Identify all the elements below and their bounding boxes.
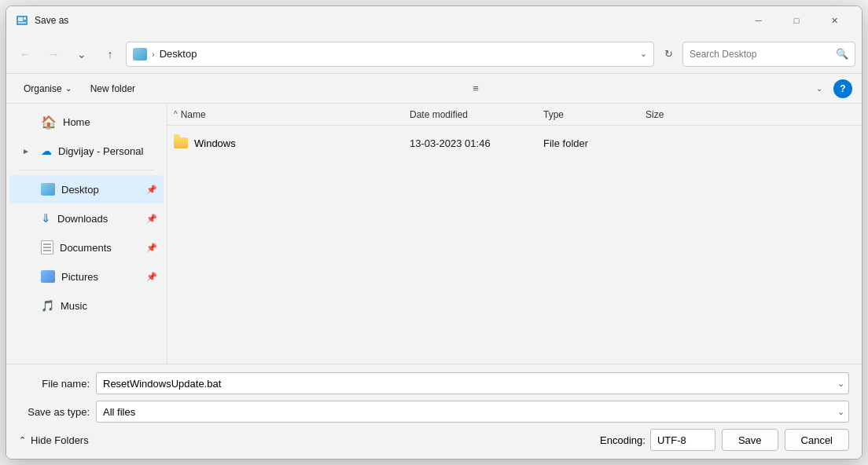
sort-arrow-icon: ^	[174, 110, 178, 119]
sidebar: 🏠 Home ► ☁ Digvijay - Personal Desktop 📌…	[6, 104, 167, 364]
help-icon: ?	[840, 83, 845, 94]
sidebar-label-downloads: Downloads	[57, 213, 108, 225]
home-icon: 🏠	[41, 115, 57, 130]
address-text: Desktop	[160, 48, 635, 60]
view-icon: ≡	[473, 82, 479, 94]
view-options-button[interactable]: ≡	[465, 78, 487, 100]
cloud-icon: ☁	[41, 145, 52, 157]
search-icon: 🔍	[836, 48, 848, 60]
forward-icon: →	[48, 48, 59, 60]
hide-folders-arrow: ⌃	[19, 435, 26, 445]
file-name-cell: Windows	[174, 137, 410, 149]
sidebar-item-music[interactable]: 🎵 Music	[9, 291, 164, 320]
documents-icon	[41, 240, 53, 254]
file-list: Windows 13-03-2023 01:46 File folder	[167, 126, 862, 364]
folder-icon	[174, 137, 188, 148]
up-icon: ↑	[108, 48, 113, 60]
sidebar-label-pictures: Pictures	[61, 271, 98, 283]
column-header: ^ Name Date modified Type Size	[167, 104, 862, 126]
new-folder-button[interactable]: New folder	[83, 78, 143, 100]
back-button[interactable]: ←	[13, 42, 38, 67]
sidebar-item-home[interactable]: 🏠 Home	[9, 108, 164, 136]
file-date: 13-03-2023 01:46	[410, 137, 491, 149]
sidebar-item-pictures[interactable]: Pictures 📌	[9, 262, 164, 291]
search-box[interactable]: 🔍	[682, 42, 855, 67]
sidebar-item-digvijay[interactable]: ► ☁ Digvijay - Personal	[9, 137, 164, 165]
save-button[interactable]: Save	[722, 429, 778, 451]
organise-dropdown-icon: ⌄	[65, 84, 72, 93]
filename-row: File name: ⌄	[19, 372, 849, 394]
svg-rect-3	[18, 22, 26, 24]
svg-rect-2	[24, 17, 26, 20]
encoding-label: Encoding:	[600, 434, 645, 446]
address-folder-icon	[133, 48, 147, 60]
pictures-icon	[41, 270, 55, 283]
help-button[interactable]: ?	[833, 79, 852, 98]
organise-button[interactable]: Organise ⌄	[16, 78, 79, 100]
file-name: Windows	[194, 137, 236, 149]
address-bar[interactable]: › Desktop ⌄	[126, 42, 654, 67]
view-dropdown-icon: ⌄	[816, 84, 822, 93]
sidebar-divider	[19, 170, 154, 170]
savetype-label: Save as type:	[19, 406, 90, 418]
col-header-date[interactable]: Date modified	[410, 109, 543, 120]
organise-label: Organise	[24, 83, 62, 94]
col-header-size[interactable]: Size	[645, 109, 708, 120]
forward-button[interactable]: →	[41, 42, 66, 67]
maximize-button[interactable]: □	[778, 9, 815, 32]
up-button[interactable]: ↑	[97, 42, 123, 67]
sidebar-item-documents[interactable]: Documents 📌	[9, 233, 164, 262]
hide-folders-button[interactable]: ⌃ Hide Folders	[19, 434, 89, 446]
downloads-pin-icon: 📌	[146, 214, 157, 224]
savetype-input-wrap: ⌄	[96, 401, 849, 423]
refresh-button[interactable]: ↻	[657, 43, 679, 65]
refresh-icon: ↻	[664, 48, 673, 60]
sidebar-item-downloads[interactable]: ⇓ Downloads 📌	[9, 204, 164, 233]
view-dropdown-button[interactable]: ⌄	[808, 78, 830, 100]
file-date-cell: 13-03-2023 01:46	[410, 137, 543, 149]
dialog-title: Save as	[35, 15, 741, 26]
title-bar-controls: ─ □ ✕	[741, 9, 852, 32]
title-bar: Save as ─ □ ✕	[6, 6, 862, 35]
main-content: 🏠 Home ► ☁ Digvijay - Personal Desktop 📌…	[6, 104, 862, 364]
encoding-select-wrap: UTF-8 UTF-16 ANSI	[650, 429, 715, 451]
sidebar-item-desktop[interactable]: Desktop 📌	[9, 175, 164, 203]
cancel-button[interactable]: Cancel	[785, 429, 849, 451]
encoding-select[interactable]: UTF-8 UTF-16 ANSI	[650, 429, 715, 451]
hide-folders-label: Hide Folders	[31, 434, 89, 446]
filename-input[interactable]	[96, 372, 849, 394]
encoding-wrap: Encoding: UTF-8 UTF-16 ANSI	[600, 429, 715, 451]
documents-pin-icon: 📌	[146, 243, 157, 253]
save-as-dialog: Save as ─ □ ✕ ← → ⌄ ↑ › Desktop ⌄ ↻	[6, 5, 862, 460]
music-icon: 🎵	[41, 299, 54, 312]
secondary-toolbar: Organise ⌄ New folder ≡ ⌄ ?	[6, 74, 862, 104]
back-icon: ←	[20, 48, 31, 60]
sidebar-label-home: Home	[63, 116, 90, 128]
col-header-name[interactable]: ^ Name	[174, 109, 410, 120]
action-buttons: Encoding: UTF-8 UTF-16 ANSI Save Cancel	[600, 429, 849, 451]
bottom-actions: ⌃ Hide Folders Encoding: UTF-8 UTF-16 AN…	[19, 429, 849, 451]
file-area: ^ Name Date modified Type Size	[167, 104, 862, 364]
address-dropdown-arrow[interactable]: ⌄	[640, 49, 647, 59]
savetype-input[interactable]	[96, 401, 849, 423]
svg-rect-1	[18, 17, 23, 21]
sidebar-label-documents: Documents	[60, 242, 112, 254]
bottom-area: File name: ⌄ Save as type: ⌄ ⌃ Hide Fold…	[6, 364, 862, 459]
pictures-pin-icon: 📌	[146, 272, 157, 282]
sidebar-label-music: Music	[61, 300, 87, 312]
address-chevron: ›	[152, 49, 155, 59]
minimize-button[interactable]: ─	[741, 9, 777, 32]
sidebar-label-digvijay: Digvijay - Personal	[58, 145, 143, 157]
col-header-type[interactable]: Type	[543, 109, 645, 120]
close-button[interactable]: ✕	[816, 9, 852, 32]
new-folder-label: New folder	[90, 83, 135, 94]
savetype-row: Save as type: ⌄	[19, 401, 849, 423]
filename-input-wrap: ⌄	[96, 372, 849, 394]
table-row[interactable]: Windows 13-03-2023 01:46 File folder	[167, 129, 862, 157]
desktop-icon	[41, 183, 55, 196]
file-type-cell: File folder	[543, 137, 645, 149]
dropdown-arrow-icon: ⌄	[77, 48, 86, 60]
search-input[interactable]	[690, 49, 833, 60]
recent-locations-button[interactable]: ⌄	[69, 42, 94, 67]
download-icon: ⇓	[41, 211, 51, 225]
